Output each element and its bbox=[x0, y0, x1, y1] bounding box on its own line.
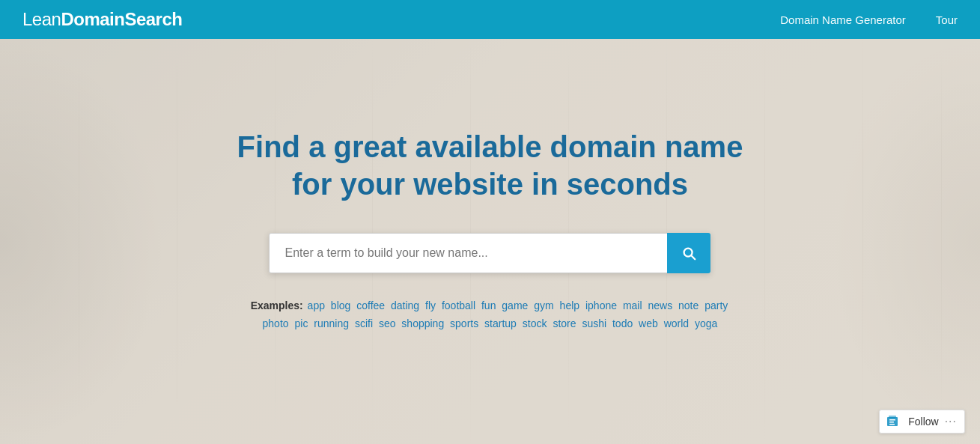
example-link[interactable]: sushi bbox=[582, 317, 606, 329]
hero-content: Find a great available domain name for y… bbox=[237, 128, 743, 333]
example-link[interactable]: football bbox=[442, 299, 475, 311]
follow-widget: Follow ··· bbox=[879, 410, 965, 434]
svg-rect-4 bbox=[889, 424, 895, 425]
main-nav: Domain Name Generator Tour bbox=[780, 13, 958, 26]
logo-domain-search: Domain bbox=[61, 9, 124, 29]
example-link[interactable]: running bbox=[314, 317, 349, 329]
example-link[interactable]: web bbox=[639, 317, 658, 329]
logo-search-text: Search bbox=[124, 9, 182, 29]
example-link[interactable]: yoga bbox=[695, 317, 717, 329]
hero-headline: Find a great available domain name for y… bbox=[237, 128, 743, 203]
example-link[interactable]: store bbox=[553, 317, 576, 329]
example-link[interactable]: fly bbox=[425, 299, 436, 311]
examples-section: Examples: app blog coffee dating fly foo… bbox=[246, 297, 733, 333]
search-icon bbox=[681, 245, 697, 261]
follow-label: Follow bbox=[908, 416, 938, 428]
examples-links: app blog coffee dating fly football fun … bbox=[261, 299, 730, 329]
example-link[interactable]: coffee bbox=[356, 299, 385, 311]
example-link[interactable]: pic bbox=[294, 317, 308, 329]
hero-section: Find a great available domain name for y… bbox=[0, 39, 980, 444]
svg-rect-2 bbox=[889, 419, 895, 421]
example-link[interactable]: todo bbox=[612, 317, 633, 329]
example-link[interactable]: iphone bbox=[585, 299, 617, 311]
nav-generator[interactable]: Domain Name Generator bbox=[780, 13, 906, 26]
search-input[interactable] bbox=[269, 233, 667, 273]
example-link[interactable]: world bbox=[664, 317, 689, 329]
example-link[interactable]: blog bbox=[331, 299, 350, 311]
search-button[interactable] bbox=[667, 233, 710, 273]
follow-icon bbox=[887, 416, 902, 428]
example-link[interactable]: game bbox=[502, 299, 528, 311]
example-link[interactable]: scifi bbox=[355, 317, 373, 329]
site-header: LeanDomainSearch Domain Name Generator T… bbox=[0, 0, 980, 39]
example-link[interactable]: gym bbox=[534, 299, 553, 311]
example-link[interactable]: news bbox=[648, 299, 672, 311]
example-link[interactable]: seo bbox=[379, 317, 396, 329]
svg-rect-1 bbox=[889, 416, 896, 418]
example-link[interactable]: shopping bbox=[401, 317, 444, 329]
svg-rect-3 bbox=[889, 422, 894, 423]
example-link[interactable]: app bbox=[308, 299, 325, 311]
example-link[interactable]: sports bbox=[450, 317, 478, 329]
nav-tour[interactable]: Tour bbox=[936, 13, 958, 26]
examples-label: Examples: bbox=[251, 299, 303, 311]
example-link[interactable]: dating bbox=[391, 299, 419, 311]
example-link[interactable]: stock bbox=[523, 317, 547, 329]
example-link[interactable]: mail bbox=[623, 299, 642, 311]
follow-dots[interactable]: ··· bbox=[945, 415, 957, 428]
example-link[interactable]: help bbox=[560, 299, 579, 311]
site-logo[interactable]: LeanDomainSearch bbox=[22, 9, 182, 30]
example-link[interactable]: photo bbox=[263, 317, 289, 329]
example-link[interactable]: startup bbox=[484, 317, 517, 329]
search-form bbox=[269, 233, 710, 273]
wordpress-icon bbox=[887, 416, 902, 428]
example-link[interactable]: note bbox=[678, 299, 699, 311]
example-link[interactable]: fun bbox=[481, 299, 496, 311]
example-link[interactable]: party bbox=[704, 299, 728, 311]
logo-lean: Lean bbox=[22, 9, 61, 29]
